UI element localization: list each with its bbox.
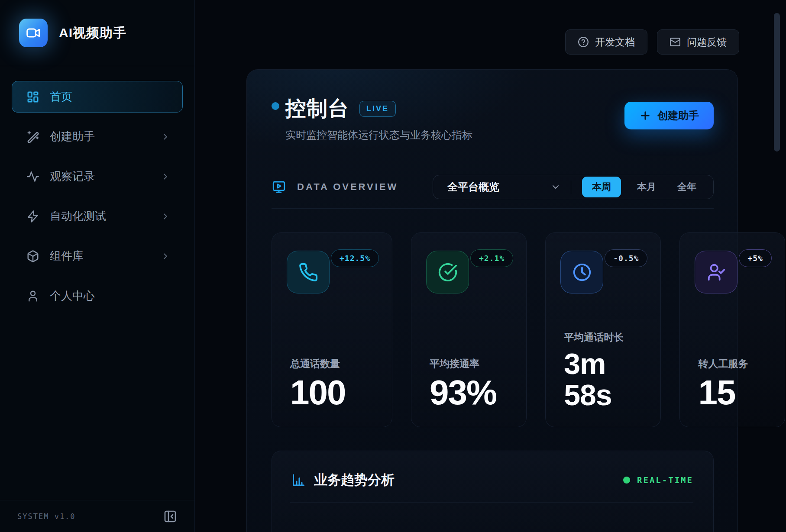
lightning-icon xyxy=(26,210,39,223)
chevron-down-icon xyxy=(550,182,561,192)
vertical-divider xyxy=(571,181,571,194)
stat-label: 平均通话时长 xyxy=(564,331,647,344)
overview-controls: 全平台概览 本周 本月 全年 xyxy=(433,175,714,199)
app-screen: AI视频助手 首页 创建助手 xyxy=(0,0,786,532)
page-subtitle: 实时监控智能体运行状态与业务核心指标 xyxy=(285,128,472,142)
layout-dashboard-icon xyxy=(26,90,39,103)
cube-icon xyxy=(26,250,39,263)
range-tabs: 本周 本月 全年 xyxy=(582,177,702,197)
dev-docs-button[interactable]: 开发文档 xyxy=(565,29,647,55)
sidebar-item-observe-records[interactable]: 观察记录 xyxy=(12,161,183,192)
stat-icon-tile xyxy=(287,251,330,293)
stat-value: 15 xyxy=(698,375,772,410)
sidebar-header: AI视频助手 xyxy=(0,0,194,66)
stat-value-seconds: 58s xyxy=(564,380,647,410)
tab-this-month[interactable]: 本月 xyxy=(632,177,661,197)
stat-card-total-calls: +12.5% 总通话数量 100 xyxy=(272,232,392,427)
chevron-right-icon xyxy=(161,172,170,181)
stat-value: 93% xyxy=(430,375,513,410)
sidebar-nav: 首页 创建助手 xyxy=(0,66,194,312)
activity-pulse-icon xyxy=(26,170,39,183)
stat-label: 总通话数量 xyxy=(290,357,379,371)
clock-icon xyxy=(572,262,592,282)
vertical-scrollbar-thumb[interactable] xyxy=(774,13,780,152)
stat-value: 100 xyxy=(290,375,379,410)
sidebar-item-automation-test[interactable]: 自动化测试 xyxy=(12,200,183,232)
sidebar-collapse-button[interactable] xyxy=(163,509,177,523)
plus-icon xyxy=(639,110,651,122)
stat-card-avg-duration: -0.5% 平均通话时长 3m 58s xyxy=(545,232,661,427)
live-badge: LIVE xyxy=(359,101,396,117)
platform-select[interactable]: 全平台概览 xyxy=(447,180,561,194)
stat-icon-tile xyxy=(426,251,469,293)
check-circle-icon xyxy=(438,262,458,282)
create-assistant-button[interactable]: 创建助手 xyxy=(624,102,714,129)
sidebar-item-label: 观察记录 xyxy=(50,169,150,184)
console-header: 控制台 LIVE 实时监控智能体运行状态与业务核心指标 创建助手 xyxy=(272,95,714,142)
sidebar-item-personal-center[interactable]: 个人中心 xyxy=(12,280,183,312)
feedback-button[interactable]: 问题反馈 xyxy=(657,29,739,55)
delta-badge: +5% xyxy=(739,249,772,267)
mail-icon xyxy=(670,36,681,48)
tab-this-week[interactable]: 本周 xyxy=(582,177,621,197)
sidebar-item-home[interactable]: 首页 xyxy=(12,81,183,113)
phone-icon xyxy=(298,262,318,282)
panel-collapse-icon xyxy=(163,509,177,523)
question-circle-icon xyxy=(578,36,589,48)
stat-label: 平均接通率 xyxy=(430,357,513,371)
sidebar: AI视频助手 首页 创建助手 xyxy=(0,0,195,532)
sidebar-item-component-library[interactable]: 组件库 xyxy=(12,240,183,272)
trend-analysis-card: 业务趋势分析 REAL-TIME xyxy=(272,451,714,532)
delta-badge: +12.5% xyxy=(331,249,379,267)
dev-docs-label: 开发文档 xyxy=(595,35,635,49)
stat-label: 转人工服务 xyxy=(698,357,772,371)
delta-badge: +2.1% xyxy=(470,249,513,267)
sidebar-item-label: 创建助手 xyxy=(50,129,150,144)
page-title: 控制台 xyxy=(285,95,349,123)
stat-card-answer-rate: +2.1% 平均接通率 93% xyxy=(411,232,527,427)
data-overview-row: DATA OVERVIEW 全平台概览 本周 本月 全年 xyxy=(272,175,714,209)
platform-select-value: 全平台概览 xyxy=(447,180,499,194)
chevron-right-icon xyxy=(161,251,170,261)
realtime-dot xyxy=(623,477,630,484)
console-panel: 控制台 LIVE 实时监控智能体运行状态与业务核心指标 创建助手 xyxy=(246,69,738,532)
sidebar-item-create-assistant[interactable]: 创建助手 xyxy=(12,121,183,152)
status-dot xyxy=(272,102,279,110)
create-assistant-label: 创建助手 xyxy=(657,109,699,123)
user-check-icon xyxy=(706,262,726,282)
video-camera-icon xyxy=(26,25,41,41)
feedback-label: 问题反馈 xyxy=(687,35,727,49)
chevron-right-icon xyxy=(161,212,170,221)
stat-value-minutes: 3m xyxy=(564,348,647,379)
delta-badge: -0.5% xyxy=(605,249,647,267)
chevron-right-icon xyxy=(161,132,170,142)
stat-card-human-transfer: +5% 转人工服务 15 xyxy=(679,232,785,427)
data-overview-label: DATA OVERVIEW xyxy=(297,181,398,193)
sidebar-item-label: 个人中心 xyxy=(50,288,170,303)
tab-full-year[interactable]: 全年 xyxy=(672,177,702,197)
magic-wand-icon xyxy=(26,130,39,143)
user-icon xyxy=(26,290,39,303)
bar-chart-icon xyxy=(290,472,306,488)
sidebar-item-label: 组件库 xyxy=(50,248,150,264)
app-logo xyxy=(19,19,48,47)
trend-title: 业务趋势分析 xyxy=(314,471,395,489)
topbar: 开发文档 问题反馈 xyxy=(565,29,739,55)
sidebar-item-label: 自动化测试 xyxy=(50,209,150,224)
stat-value: 3m 58s xyxy=(564,348,647,410)
stats-grid: +12.5% 总通话数量 100 +2.1% xyxy=(272,232,714,427)
app-title: AI视频助手 xyxy=(59,24,126,42)
sidebar-item-label: 首页 xyxy=(50,89,170,104)
sidebar-footer: SYSTEM v1.0 xyxy=(0,500,194,532)
stat-icon-tile xyxy=(560,251,603,293)
system-version-label: SYSTEM v1.0 xyxy=(17,512,76,521)
realtime-label: REAL-TIME xyxy=(637,475,693,485)
monitor-play-icon xyxy=(272,180,286,194)
stat-icon-tile xyxy=(695,251,737,293)
